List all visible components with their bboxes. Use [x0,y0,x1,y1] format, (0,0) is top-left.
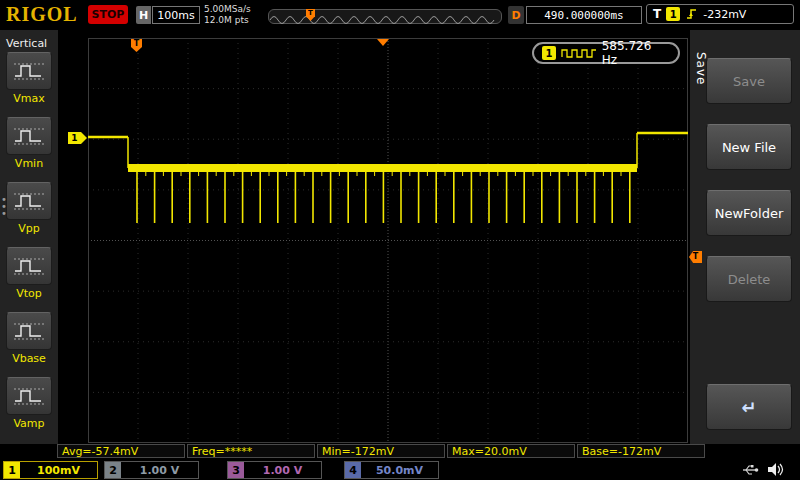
new-folder-button[interactable]: NewFolder [706,190,792,236]
oscilloscope-screen: RIGOL STOP H 100ms 5.00MSa/s 12.0M pts T… [0,0,800,480]
trigger-source-chip: 1 [666,7,680,21]
delete-button[interactable]: Delete [706,256,792,302]
acquisition-info: 5.00MSa/s 12.0M pts [204,4,251,26]
horizontal-position-bar[interactable] [268,9,502,24]
ch1-level-marker[interactable]: 1 [68,132,87,144]
new-file-button[interactable]: New File [706,124,792,170]
menu-item-vbase[interactable]: Vbase [1,312,57,365]
menu-item-vtop[interactable]: Vtop [1,247,57,300]
vmin-waveform-icon [6,117,52,155]
vbase-waveform-icon [6,312,52,350]
vtop-waveform-icon [6,247,52,285]
vmax-waveform-icon [6,52,52,90]
pulse-train-icon [561,47,597,59]
measurement-avg: Avg=-57.4mV [57,444,185,458]
ch1-waveform-trace [88,38,688,443]
trigger-level-readout: -232mV [703,8,746,21]
left-menu-title: Vertical [6,37,47,50]
measurement-freq: Freq=***** [187,444,315,458]
delay-label: D [508,6,524,24]
speaker-icon[interactable] [766,461,784,478]
channel-1-status[interactable]: 1 100mV [3,461,98,479]
channel-3-status[interactable]: 3 1.00 V [227,461,322,479]
freq-counter-channel-chip: 1 [542,46,556,60]
timebase-readout: 100ms [152,6,200,24]
menu-item-vpp[interactable]: Vpp [1,182,57,235]
waveform-overview-icon [269,12,499,25]
channel-2-status[interactable]: 2 1.00 V [104,461,199,479]
usb-icon [742,463,759,477]
return-arrow-icon: ↵ [741,397,756,418]
freq-counter-value: 585.726 Hz [602,39,670,67]
horizontal-label: H [136,6,151,24]
trigger-label: T [653,7,661,21]
menu-item-vmax[interactable]: Vmax [1,52,57,105]
graticule [88,38,688,443]
trigger-info-box: T 1 -232mV [646,4,794,24]
delay-readout: 490.000000ms [526,6,642,24]
brand-logo: RIGOL [6,3,78,26]
channel-4-status[interactable]: 4 50.0mV [344,461,439,479]
return-button[interactable]: ↵ [706,384,792,430]
memory-depth: 12.0M pts [204,15,251,26]
sample-rate: 5.00MSa/s [204,4,251,15]
menu-item-vamp[interactable]: Vamp [1,377,57,430]
menu-item-vmin[interactable]: Vmin [1,117,57,170]
vamp-waveform-icon [6,377,52,415]
measurement-base: Base=-172mV [577,444,705,458]
vpp-waveform-icon [6,182,52,220]
horizontal-center-marker [377,39,389,46]
frequency-counter: 1 585.726 Hz [532,42,680,64]
measurement-max: Max=20.0mV [447,444,575,458]
save-button[interactable]: Save [706,58,792,104]
rising-edge-icon [685,7,698,21]
run-state-badge: STOP [88,5,128,24]
measurement-min: Min=-172mV [317,444,445,458]
